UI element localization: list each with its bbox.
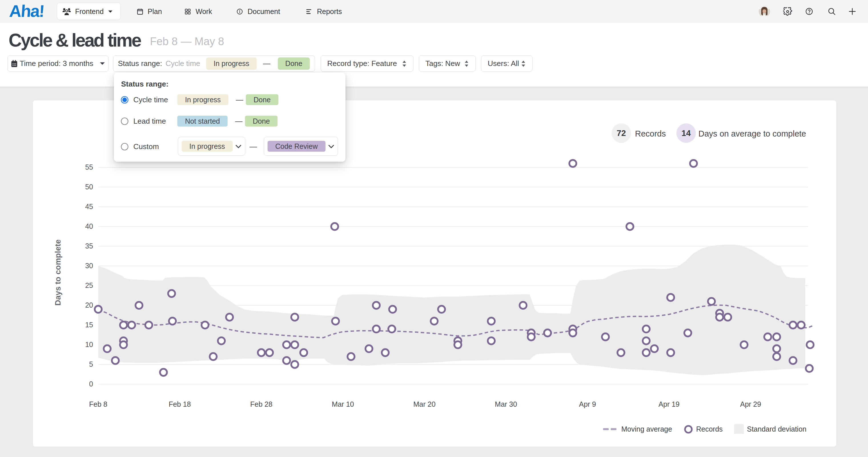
svg-text:Apr 9: Apr 9 [579,400,596,408]
svg-text:Feb 8: Feb 8 [89,400,107,408]
svg-text:Feb 18: Feb 18 [169,400,191,408]
svg-text:10: 10 [85,340,93,348]
svg-text:20: 20 [85,301,93,309]
svg-text:40: 40 [85,222,93,230]
svg-text:Mar 30: Mar 30 [495,400,517,408]
svg-text:Mar 20: Mar 20 [413,400,435,408]
svg-text:35: 35 [85,242,93,250]
svg-text:55: 55 [85,163,93,171]
svg-text:30: 30 [85,262,93,270]
svg-text:Mar 10: Mar 10 [332,400,354,408]
svg-text:0: 0 [89,380,93,388]
svg-text:15: 15 [85,321,93,329]
svg-text:Apr 29: Apr 29 [740,400,761,408]
svg-text:Apr 19: Apr 19 [658,400,680,408]
svg-text:5: 5 [89,360,93,368]
svg-text:45: 45 [85,203,93,211]
svg-text:25: 25 [85,281,93,290]
svg-text:50: 50 [85,183,93,191]
svg-text:Days to complete: Days to complete [53,239,62,306]
svg-text:Feb 28: Feb 28 [250,400,272,408]
